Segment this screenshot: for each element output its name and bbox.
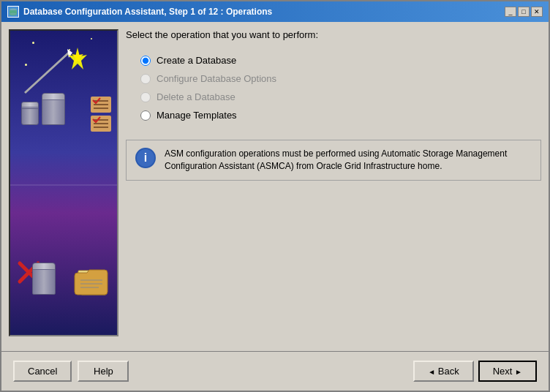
app-icon <box>7 6 19 18</box>
next-button[interactable]: Next ► <box>478 361 537 382</box>
window-title: Database Configuration Assistant, Step 1… <box>23 7 272 17</box>
back-arrow: ◄ <box>428 368 435 376</box>
bottom-right-buttons: ◄ Back Next ► <box>413 361 537 382</box>
radio-label-delete: Delete a Database <box>157 91 236 102</box>
right-panel: Select the operation that you want to pe… <box>126 29 541 344</box>
checklist-decoration <box>91 97 111 132</box>
radio-configure[interactable] <box>140 74 151 84</box>
maximize-button[interactable]: □ <box>518 7 530 17</box>
instruction-text: Select the operation that you want to pe… <box>126 29 541 40</box>
title-bar-left: Database Configuration Assistant, Step 1… <box>7 6 272 18</box>
title-bar-controls: _ □ ✕ <box>505 7 543 17</box>
radio-label-create: Create a Database <box>157 55 236 66</box>
radio-delete[interactable] <box>140 92 151 102</box>
minimize-button[interactable]: _ <box>505 7 516 17</box>
bottom-bar: Cancel Help ◄ Back Next ► <box>1 351 549 391</box>
info-message: ASM configuration operations must be per… <box>165 148 532 173</box>
folder-icon <box>71 260 111 302</box>
radio-item-configure[interactable]: Configure Database Options <box>140 73 541 84</box>
star-decoration <box>91 38 92 39</box>
main-window: Database Configuration Assistant, Step 1… <box>0 0 550 392</box>
next-label: Next <box>493 366 513 377</box>
divider <box>10 184 117 186</box>
radio-item-delete[interactable]: Delete a Database <box>140 91 541 102</box>
radio-group: Create a Database Configure Database Opt… <box>126 55 541 121</box>
drum-group-top <box>21 93 65 125</box>
title-bar: Database Configuration Assistant, Step 1… <box>1 1 549 22</box>
illustration-panel <box>9 29 118 336</box>
radio-item-manage[interactable]: Manage Templates <box>140 110 541 121</box>
back-label: Back <box>438 366 459 377</box>
radio-label-configure: Configure Database Options <box>157 73 276 84</box>
info-icon: i <box>135 148 156 168</box>
radio-label-manage: Manage Templates <box>157 110 237 121</box>
radio-manage[interactable] <box>140 110 151 121</box>
drum-bottom <box>32 263 56 295</box>
info-box: i ASM configuration operations must be p… <box>126 140 541 181</box>
next-arrow: ► <box>515 368 522 376</box>
content-area: Select the operation that you want to pe… <box>1 22 549 351</box>
cancel-button[interactable]: Cancel <box>13 361 72 382</box>
close-button[interactable]: ✕ <box>531 7 543 17</box>
svg-point-2 <box>10 12 17 15</box>
svg-line-3 <box>25 53 69 93</box>
radio-item-create[interactable]: Create a Database <box>140 55 541 66</box>
bottom-left-buttons: Cancel Help <box>13 361 129 382</box>
illustration <box>10 31 117 335</box>
back-button[interactable]: ◄ Back <box>413 361 473 382</box>
radio-create[interactable] <box>140 56 151 66</box>
help-button[interactable]: Help <box>78 361 129 382</box>
